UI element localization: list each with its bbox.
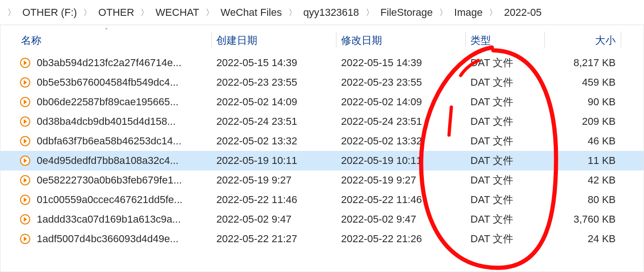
column-headers: ˄ 名称 创建日期 修改日期 类型 大小 (0, 29, 644, 53)
file-size: 42 KB (545, 174, 621, 186)
chevron-right-icon[interactable]: 〉 (80, 7, 95, 18)
file-size: 80 KB (545, 194, 621, 206)
file-created: 2022-05-02 13:32 (212, 135, 336, 147)
file-type: DAT 文件 (466, 95, 545, 109)
breadcrumb-segment[interactable]: FileStorage (378, 7, 436, 19)
file-name: 0b06de22587bf89cae195665... (37, 96, 179, 108)
file-created: 2022-05-22 21:27 (212, 233, 336, 245)
dat-file-icon (20, 175, 30, 185)
dat-file-icon (20, 156, 30, 166)
file-row[interactable]: 0dbfa63f7b6ea58b46253dc14...2022-05-02 1… (0, 131, 644, 151)
chevron-right-icon[interactable]: 〉 (202, 7, 218, 18)
file-explorer: ˄ 名称 创建日期 修改日期 类型 大小 0b3ab594d213fc2a27f… (0, 25, 644, 272)
file-type: DAT 文件 (466, 173, 545, 187)
file-name-cell[interactable]: 1addd33ca07d169b1a613c9a... (0, 213, 212, 225)
file-name-cell[interactable]: 0e4d95dedfd7bb8a108a32c4... (0, 155, 212, 167)
file-type: DAT 文件 (466, 232, 545, 246)
header-modified[interactable]: 修改日期 (336, 34, 466, 48)
chevron-right-icon[interactable]: 〉 (485, 7, 501, 18)
header-name-label: 名称 (21, 34, 41, 46)
file-name: 0dbfa63f7b6ea58b46253dc14... (37, 135, 181, 147)
breadcrumb-segment[interactable]: qyy1323618 (301, 7, 362, 19)
file-modified: 2022-05-15 14:39 (336, 57, 466, 69)
file-name-cell[interactable]: 0d38ba4dcb9db4015d4d158... (0, 116, 212, 128)
header-created[interactable]: 创建日期 (212, 34, 336, 48)
file-name: 0e58222730a0b6b3feb679fe1... (37, 174, 182, 186)
breadcrumb-segment[interactable]: WeChat Files (218, 7, 285, 19)
breadcrumb-segment[interactable]: OTHER (F:) (20, 7, 80, 19)
chevron-right-icon[interactable]: 〉 (4, 7, 20, 18)
file-row[interactable]: 0b3ab594d213fc2a27f46714e...2022-05-15 1… (0, 53, 644, 73)
file-row[interactable]: 1adf5007d4bc366093d4d49e...2022-05-22 21… (0, 229, 644, 249)
file-size: 209 KB (545, 116, 621, 128)
file-size: 90 KB (545, 96, 621, 108)
file-size: 8,217 KB (545, 57, 621, 69)
dat-file-icon (20, 214, 30, 224)
file-size: 459 KB (545, 76, 621, 88)
file-row[interactable]: 0b06de22587bf89cae195665...2022-05-02 14… (0, 92, 644, 112)
file-row[interactable]: 0e4d95dedfd7bb8a108a32c4...2022-05-19 10… (0, 151, 644, 170)
file-modified: 2022-05-22 11:46 (336, 194, 466, 206)
file-name: 0b5e53b676004584fb549dc4... (37, 76, 179, 88)
file-size: 46 KB (545, 135, 621, 147)
chevron-right-icon[interactable]: 〉 (137, 7, 153, 18)
dat-file-icon (20, 58, 30, 68)
file-created: 2022-05-02 9:47 (212, 213, 336, 225)
file-type: DAT 文件 (466, 115, 545, 129)
file-row[interactable]: 0d38ba4dcb9db4015d4d158...2022-05-24 23:… (0, 112, 644, 131)
file-type: DAT 文件 (466, 56, 545, 70)
header-modified-label: 修改日期 (341, 34, 382, 46)
file-name: 1addd33ca07d169b1a613c9a... (37, 213, 181, 225)
file-created: 2022-05-23 23:55 (212, 76, 336, 88)
file-created: 2022-05-02 14:09 (212, 96, 336, 108)
file-size: 3,760 KB (545, 213, 621, 225)
breadcrumb-segment[interactable]: 2022-05 (501, 7, 544, 19)
file-modified: 2022-05-02 9:47 (336, 213, 466, 225)
breadcrumb-segment[interactable]: OTHER (95, 7, 137, 19)
dat-file-icon (20, 77, 30, 88)
dat-file-icon (20, 136, 30, 146)
dat-file-icon (20, 195, 30, 205)
file-name-cell[interactable]: 0dbfa63f7b6ea58b46253dc14... (0, 135, 212, 147)
file-size: 24 KB (545, 233, 621, 245)
file-name-cell[interactable]: 1adf5007d4bc366093d4d49e... (0, 233, 212, 245)
file-name: 0e4d95dedfd7bb8a108a32c4... (37, 155, 179, 167)
column-separator[interactable] (621, 32, 621, 48)
file-type: DAT 文件 (466, 75, 545, 89)
header-type[interactable]: 类型 (466, 34, 545, 48)
file-row[interactable]: 01c00559a0ccec467621dd5fe...2022-05-22 1… (0, 190, 644, 210)
header-name[interactable]: ˄ 名称 (0, 34, 212, 48)
file-type: DAT 文件 (466, 212, 545, 226)
chevron-right-icon[interactable]: 〉 (362, 7, 378, 18)
file-row[interactable]: 1addd33ca07d169b1a613c9a...2022-05-02 9:… (0, 210, 644, 229)
file-name-cell[interactable]: 0b5e53b676004584fb549dc4... (0, 76, 212, 88)
file-modified: 2022-05-22 21:26 (336, 233, 466, 245)
file-created: 2022-05-24 23:51 (212, 116, 336, 128)
file-name-cell[interactable]: 0e58222730a0b6b3feb679fe1... (0, 174, 212, 186)
file-modified: 2022-05-02 13:32 (336, 135, 466, 147)
file-size: 11 KB (545, 155, 621, 167)
breadcrumb-segment[interactable]: WECHAT (153, 7, 202, 19)
file-created: 2022-05-15 14:39 (212, 57, 336, 69)
breadcrumb[interactable]: 〉 OTHER (F:)〉OTHER〉WECHAT〉WeChat Files〉q… (0, 0, 644, 25)
file-name-cell[interactable]: 0b3ab594d213fc2a27f46714e... (0, 57, 212, 69)
file-modified: 2022-05-23 23:55 (336, 76, 466, 88)
header-type-label: 类型 (470, 34, 491, 46)
file-name-cell[interactable]: 01c00559a0ccec467621dd5fe... (0, 194, 212, 206)
sort-ascending-icon: ˄ (105, 27, 108, 34)
file-list: 0b3ab594d213fc2a27f46714e...2022-05-15 1… (0, 53, 644, 249)
file-created: 2022-05-22 11:46 (212, 194, 336, 206)
file-name-cell[interactable]: 0b06de22587bf89cae195665... (0, 96, 212, 108)
breadcrumb-segment[interactable]: Image (451, 7, 485, 19)
file-modified: 2022-05-02 14:09 (336, 96, 466, 108)
dat-file-icon (20, 97, 30, 107)
file-modified: 2022-05-19 10:11 (336, 155, 466, 167)
header-size[interactable]: 大小 (545, 34, 621, 48)
chevron-right-icon[interactable]: 〉 (285, 7, 301, 18)
file-type: DAT 文件 (466, 154, 545, 168)
file-created: 2022-05-19 10:11 (212, 155, 336, 167)
file-row[interactable]: 0b5e53b676004584fb549dc4...2022-05-23 23… (0, 73, 644, 92)
file-row[interactable]: 0e58222730a0b6b3feb679fe1...2022-05-19 9… (0, 170, 644, 190)
chevron-right-icon[interactable]: 〉 (436, 7, 451, 18)
file-modified: 2022-05-24 23:51 (336, 116, 466, 128)
